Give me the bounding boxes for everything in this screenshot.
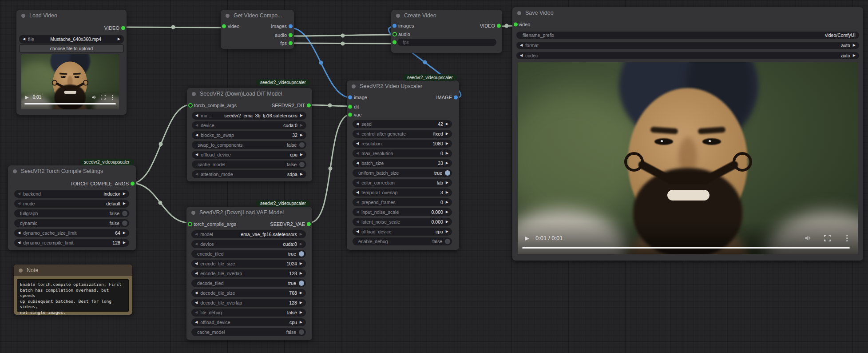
arrow-right-icon[interactable]: ▶ [853,54,856,57]
arrow-right-icon[interactable]: ▶ [300,321,302,324]
arrow-right-icon[interactable]: ▶ [300,233,302,236]
toggle-knob[interactable] [299,142,305,148]
node-seedvr2-vae-loader[interactable]: SeedVR2 (Down)Load VAE Model torch_compi… [186,207,312,340]
arrow-right-icon[interactable]: ▶ [446,152,448,155]
input-port-video[interactable] [514,23,518,27]
widget-decode-tiled[interactable]: decode_tiled true [191,279,306,287]
node-header[interactable]: SeedVR2 (Down)Load DiT Model [187,88,312,100]
widget-filename-prefix[interactable]: filename_prefix video/ComfyUI [516,32,859,39]
arrow-right-icon[interactable]: ▶ [446,142,448,145]
node-header[interactable]: SeedVR2 (Down)Load VAE Model [186,207,312,218]
arrow-right-icon[interactable]: ▶ [446,122,448,126]
toggle-knob[interactable] [299,162,305,167]
collapse-dot-icon[interactable] [396,14,400,18]
fullscreen-icon[interactable] [101,95,106,100]
output-port-video[interactable] [497,24,501,28]
input-port-torch-compile-args[interactable] [188,103,193,108]
input-port-torch-compile-args[interactable] [188,222,192,226]
output-port-dit[interactable] [307,104,311,108]
arrow-left-icon[interactable]: ◀ [18,241,20,245]
arrow-right-icon[interactable]: ▶ [123,202,126,205]
collapse-dot-icon[interactable] [226,14,230,18]
widget-enable-debug[interactable]: enable_debug false [353,237,452,245]
widget-format[interactable]: ◀ format auto ▶ [516,42,859,49]
arrow-right-icon[interactable]: ▶ [446,220,448,224]
toggle-knob[interactable] [299,329,304,335]
arrow-left-icon[interactable]: ◀ [356,191,359,194]
arrow-left-icon[interactable]: ◀ [356,142,359,145]
widget-mode[interactable]: ◀ mode default ▶ [14,200,129,208]
widget-dynamic[interactable]: dynamic false [14,219,129,227]
arrow-left-icon[interactable]: ◀ [356,230,359,233]
choose-file-button[interactable]: choose file to upload [19,44,124,52]
arrow-left-icon[interactable]: ◀ [195,133,198,137]
collapse-dot-icon[interactable] [19,269,23,273]
arrow-right-icon[interactable]: ▶ [300,114,303,117]
widget-swap-io-components[interactable]: swap_io_components false [192,141,306,149]
node-get-video-components[interactable]: Get Video Compo... video images audio fp… [221,10,294,49]
arrow-left-icon[interactable]: ◀ [18,231,20,235]
widget-offload-device[interactable]: ◀ offload_device cpu ▶ [191,318,306,326]
node-load-video[interactable]: Load Video VIDEO ◀ file Mustache_640x360… [16,10,127,115]
input-port-audio[interactable] [392,32,397,36]
node-note[interactable]: Note Enable torch.compile optimization. … [14,265,132,315]
widget-offload-device[interactable]: ◀ offload_device cpu ▶ [353,228,452,236]
arrow-left-icon[interactable]: ◀ [23,37,25,41]
widget-input-noise-scale[interactable]: ◀ input_noise_scale 0.000 ▶ [353,208,452,216]
output-port-fps[interactable] [289,41,293,45]
arrow-right-icon[interactable]: ▶ [853,44,856,47]
node-header[interactable]: SeedVR2 Video Upscaler [347,80,459,92]
arrow-left-icon[interactable]: ◀ [356,220,359,224]
widget-backend[interactable]: ◀ backend inductor ▶ [14,190,129,198]
input-port-image[interactable] [348,95,352,99]
collapse-dot-icon[interactable] [21,14,25,18]
widget-device[interactable]: ◀ device cuda:0 ▶ [191,240,306,248]
widget-model[interactable]: ◀ mo ... seedvr2_ema_3b_fp16.safetensors… [192,112,306,120]
toggle-knob[interactable] [299,251,304,257]
widget-attention-mode[interactable]: ◀ attention_mode sdpa ▶ [192,170,306,178]
arrow-right-icon[interactable]: ▶ [300,153,303,156]
output-port-images[interactable] [289,24,293,28]
widget-resolution[interactable]: ◀ resolution 1080 ▶ [353,140,452,148]
widget-decode-tile-size[interactable]: ◀ decode_tile_size 768 ▶ [191,289,306,297]
arrow-left-icon[interactable]: ◀ [356,122,359,126]
widget-encode-tiled[interactable]: encode_tiled true [191,250,306,258]
arrow-right-icon[interactable]: ▶ [118,37,120,41]
widget-prepend-frames[interactable]: ◀ prepend_frames 0 ▶ [353,198,452,206]
input-port-video[interactable] [222,24,226,28]
arrow-left-icon[interactable]: ◀ [520,54,523,57]
kebab-menu-icon[interactable]: ⋮ [843,233,851,243]
output-port-image[interactable] [454,95,458,99]
play-icon[interactable]: ▶ [25,95,29,100]
output-port-audio[interactable] [289,33,293,37]
arrow-right-icon[interactable]: ▶ [300,311,302,314]
play-icon[interactable]: ▶ [525,235,529,241]
arrow-left-icon[interactable]: ◀ [195,291,198,295]
arrow-left-icon[interactable]: ◀ [195,262,198,265]
arrow-left-icon[interactable]: ◀ [356,201,359,204]
arrow-left-icon[interactable]: ◀ [195,114,198,117]
node-header[interactable]: Get Video Compo... [221,10,294,21]
arrow-left-icon[interactable]: ◀ [195,321,198,324]
arrow-left-icon[interactable]: ◀ [195,242,198,246]
node-header[interactable]: SeedVR2 Torch Compile Settings [8,165,136,177]
toggle-knob[interactable] [445,239,450,244]
input-port-fps[interactable] [392,40,396,44]
widget-batch-size[interactable]: ◀ batch_size 33 ▶ [353,159,452,167]
widget-fps[interactable]: fps [397,39,496,46]
widget-control-after-generate[interactable]: ◀ control after generate fixed ▶ [353,130,452,138]
widget-cache-model[interactable]: cache_model false [192,160,306,168]
speaker-icon[interactable] [91,95,97,100]
arrow-right-icon[interactable]: ▶ [446,132,448,136]
toggle-knob[interactable] [299,281,304,286]
kebab-menu-icon[interactable]: ⋮ [110,94,115,100]
widget-file[interactable]: ◀ file Mustache_640x360.mp4 ▶ [19,35,124,44]
arrow-right-icon[interactable]: ▶ [123,192,126,196]
arrow-left-icon[interactable]: ◀ [195,301,198,305]
arrow-left-icon[interactable]: ◀ [356,132,359,136]
arrow-left-icon[interactable]: ◀ [195,233,198,236]
arrow-left-icon[interactable]: ◀ [356,210,359,214]
collapse-dot-icon[interactable] [191,211,195,215]
node-header[interactable]: Load Video [16,10,127,21]
widget-temporal-overlap[interactable]: ◀ temporal_overlap 3 ▶ [353,189,452,197]
